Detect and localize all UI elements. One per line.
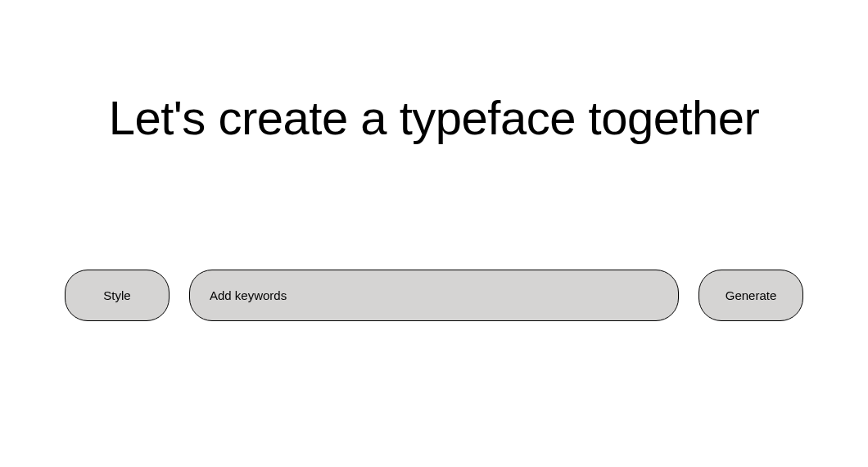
- style-button[interactable]: Style: [65, 270, 170, 321]
- generate-button[interactable]: Generate: [698, 270, 803, 321]
- controls-row: Style Generate: [65, 270, 803, 321]
- keywords-input[interactable]: [189, 270, 679, 321]
- page-heading: Let's create a typeface together: [0, 90, 868, 145]
